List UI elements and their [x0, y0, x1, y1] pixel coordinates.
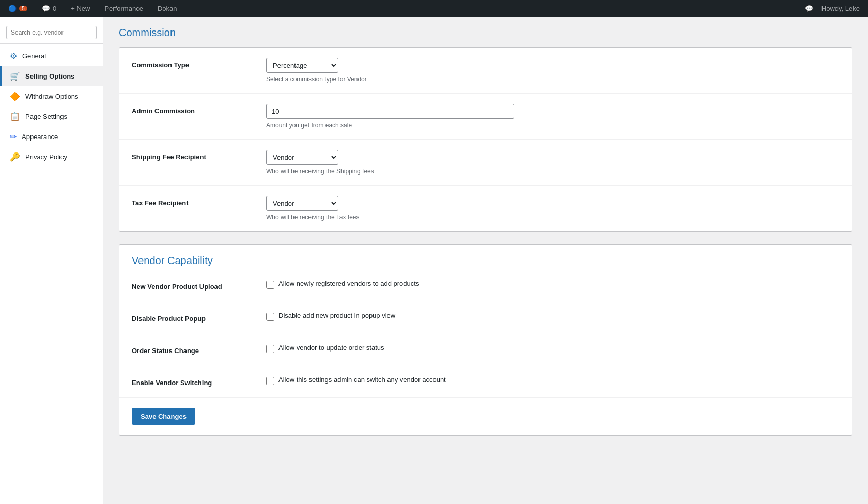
admin-commission-control: Amount you get from each sale [266, 104, 840, 129]
commission-section-title: Commission [119, 27, 853, 39]
wordpress-logo[interactable]: 🔵 5 [5, 0, 30, 17]
order-status-row: Order Status Change Allow vendor to upda… [119, 333, 852, 365]
admin-commission-label: Admin Commission [132, 104, 266, 115]
order-status-checkbox[interactable] [266, 345, 274, 353]
vendor-switching-checkbox[interactable] [266, 377, 274, 385]
selling-icon: 🛒 [10, 71, 20, 81]
comments-count: 0 [53, 5, 56, 12]
sidebar-item-general-label: General [22, 52, 46, 60]
vendor-capability-card: Vendor Capability New Vendor Product Upl… [119, 244, 853, 436]
general-icon: ⚙ [10, 51, 17, 61]
layout: ⚙ General 🛒 Selling Options 🔶 Withdraw O… [0, 17, 868, 504]
sidebar: ⚙ General 🛒 Selling Options 🔶 Withdraw O… [0, 17, 103, 504]
vendor-switching-control: Allow this settings admin can switch any… [266, 376, 840, 385]
comments-icon: 💬 [42, 5, 50, 12]
sidebar-item-appearance[interactable]: ✏ Appearance [0, 127, 103, 147]
greeting-text: Howdy, Leke [822, 5, 860, 12]
sidebar-item-withdraw-label: Withdraw Options [25, 93, 79, 100]
disable-popup-row: Disable Product Popup Disable add new pr… [119, 301, 852, 333]
disable-popup-control: Disable add new product in popup view [266, 312, 840, 321]
shipping-fee-row: Shipping Fee Recipient Vendor Admin Who … [119, 140, 852, 186]
dokan-label: Dokan [158, 5, 177, 12]
admin-commission-hint: Amount you get from each sale [266, 121, 840, 129]
sidebar-item-withdraw[interactable]: 🔶 Withdraw Options [0, 86, 103, 106]
new-item[interactable]: + New [68, 0, 93, 17]
disable-popup-label: Disable Product Popup [132, 312, 266, 323]
wordpress-icon: 🔵 [8, 5, 17, 12]
admin-commission-input[interactable] [266, 104, 514, 119]
privacy-icon: 🔑 [10, 152, 20, 162]
sidebar-search-wrapper [0, 22, 103, 44]
new-vendor-upload-checkbox[interactable] [266, 281, 274, 289]
tax-fee-label: Tax Fee Recipient [132, 196, 266, 207]
greeting-item[interactable]: Howdy, Leke [818, 0, 863, 17]
sidebar-item-page[interactable]: 📋 Page Settings [0, 106, 103, 127]
order-status-checkbox-row: Allow vendor to update order status [266, 344, 840, 353]
order-status-label: Order Status Change [132, 344, 266, 355]
commission-type-hint: Select a commission type for Vendor [266, 75, 840, 83]
save-button[interactable]: Save Changes [132, 408, 195, 425]
performance-item[interactable]: Performance [101, 0, 146, 17]
sidebar-item-page-label: Page Settings [25, 113, 67, 120]
admin-bar: 🔵 5 💬 0 + New Performance Dokan 💬 Howdy,… [0, 0, 868, 17]
disable-popup-checkbox-label[interactable]: Disable add new product in popup view [278, 312, 395, 319]
commission-type-label: Commission Type [132, 58, 266, 69]
tax-fee-row: Tax Fee Recipient Vendor Admin Who will … [119, 186, 852, 231]
performance-label: Performance [104, 5, 143, 12]
adminbar-right: 💬 Howdy, Leke [802, 0, 863, 17]
shipping-fee-control: Vendor Admin Who will be receiving the S… [266, 150, 840, 175]
vendor-capability-title: Vendor Capability [119, 245, 852, 269]
order-status-checkbox-label[interactable]: Allow vendor to update order status [278, 344, 384, 352]
withdraw-icon: 🔶 [10, 91, 20, 101]
new-vendor-upload-checkbox-row: Allow newly registered vendors to add pr… [266, 280, 840, 289]
commission-card: Commission Type Percentage Fixed Combine… [119, 47, 853, 232]
tax-fee-select[interactable]: Vendor Admin [266, 196, 338, 211]
shipping-fee-label: Shipping Fee Recipient [132, 150, 266, 161]
page-icon: 📋 [10, 112, 20, 121]
vendor-switching-checkbox-label[interactable]: Allow this settings admin can switch any… [278, 376, 446, 384]
sidebar-item-general[interactable]: ⚙ General [0, 46, 103, 66]
disable-popup-checkbox-row: Disable add new product in popup view [266, 312, 840, 321]
sidebar-item-privacy-label: Privacy Policy [25, 153, 67, 161]
commission-type-control: Percentage Fixed Combine Select a commis… [266, 58, 840, 83]
sidebar-item-selling[interactable]: 🛒 Selling Options [0, 66, 103, 86]
vendor-switching-checkbox-row: Allow this settings admin can switch any… [266, 376, 840, 385]
tax-fee-hint: Who will be receiving the Tax fees [266, 213, 840, 221]
sidebar-search-input[interactable] [6, 26, 97, 39]
new-vendor-upload-row: New Vendor Product Upload Allow newly re… [119, 269, 852, 301]
disable-popup-checkbox[interactable] [266, 313, 274, 321]
chat-button[interactable]: 💬 [802, 0, 816, 17]
comments-item[interactable]: 💬 0 [39, 0, 59, 17]
order-status-control: Allow vendor to update order status [266, 344, 840, 353]
new-vendor-upload-label: New Vendor Product Upload [132, 280, 266, 291]
sidebar-item-selling-label: Selling Options [25, 72, 74, 80]
shipping-fee-select[interactable]: Vendor Admin [266, 150, 338, 165]
tax-fee-control: Vendor Admin Who will be receiving the T… [266, 196, 840, 221]
main-content: Commission Commission Type Percentage Fi… [103, 17, 868, 504]
notifications-badge: 5 [19, 6, 27, 11]
new-vendor-upload-control: Allow newly registered vendors to add pr… [266, 280, 840, 289]
new-label: + New [71, 5, 90, 12]
sidebar-item-privacy[interactable]: 🔑 Privacy Policy [0, 147, 103, 167]
commission-type-select[interactable]: Percentage Fixed Combine [266, 58, 338, 73]
chat-icon: 💬 [805, 5, 813, 12]
shipping-fee-hint: Who will be receiving the Shipping fees [266, 167, 840, 175]
new-vendor-upload-checkbox-label[interactable]: Allow newly registered vendors to add pr… [278, 280, 419, 287]
vendor-switching-label: Enable Vendor Switching [132, 376, 266, 387]
appearance-icon: ✏ [10, 132, 17, 142]
admin-commission-row: Admin Commission Amount you get from eac… [119, 94, 852, 140]
commission-type-row: Commission Type Percentage Fixed Combine… [119, 48, 852, 94]
sidebar-item-appearance-label: Appearance [22, 133, 58, 141]
save-row: Save Changes [119, 398, 852, 435]
vendor-switching-row: Enable Vendor Switching Allow this setti… [119, 365, 852, 398]
dokan-item[interactable]: Dokan [154, 0, 180, 17]
